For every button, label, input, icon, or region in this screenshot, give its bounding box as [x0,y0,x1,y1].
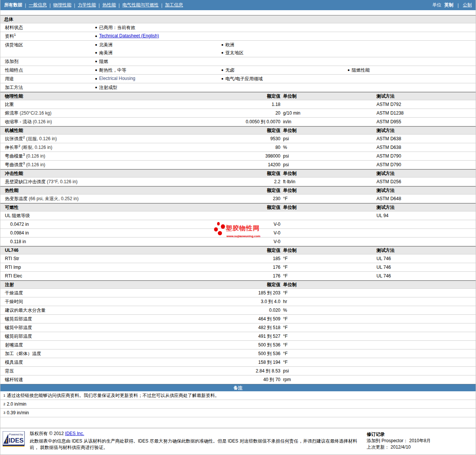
nav-link-热性能[interactable]: 热性能 [103,2,116,8]
property-value: 500 到 536 [184,351,280,357]
property-unit: °F [280,342,374,348]
units-label: 单位 [432,2,441,8]
column-header-method: 测试方法 [374,204,476,211]
property-row: 收缩率 - 流动 (0.126 in)0.0050 到 0.0070in/inA… [0,118,476,126]
general-rows: 材料状态●已商用：当前有效资料1●Technical Datasheet (En… [0,23,476,92]
general-row: 用途●Electrical Housing●电气/电子应用领域 [0,75,476,83]
property-value: 0.020 [184,308,280,313]
copyright-line: 版权所有 © 2012 IDES Inc. [30,430,367,437]
unit-english: 英制 [444,2,453,8]
nav-link-加工信息[interactable]: 加工信息 [165,2,183,8]
property-value: V-0 [184,230,280,236]
property-test-method: ASTM D790 [374,153,476,159]
property-row: 抗张强度2 (屈服, 0.126 in)9530psiASTM D638 [0,135,476,143]
bullet-icon: ● [93,58,99,65]
general-row: 供货地区●北美洲●南美洲●欧洲●亚太地区 [0,41,476,57]
section-header-可燃性: 可燃性额定值单位制测试方法 [0,203,476,211]
property-test-method: ASTM D1238 [374,110,476,116]
unit-metric-link[interactable]: 公制 [463,2,472,8]
property-value: 80 [184,145,280,150]
column-header-method: 测试方法 [374,170,476,177]
bullet-item: ●亚太地区 [219,50,346,56]
property-row: 螺筒后部温度464 到 509°F [0,315,476,323]
column-header-value: 额定值 [184,93,280,100]
section-title: 机械性能 [0,127,184,134]
property-label: 干燥时间 [0,299,184,305]
property-row: RTI Imp176°FUL 746 [0,263,476,272]
column-header-method: 测试方法 [374,247,476,254]
property-unit: ft·lb/in [280,179,374,184]
property-label: 0.0472 in [0,222,184,227]
column-header-unit: 单位制 [280,282,374,288]
property-row: 干燥时间3.0 到 4.0hr [0,297,476,306]
nav-link-一般信息[interactable]: 一般信息 [29,2,47,8]
property-unit: rpm [280,377,374,382]
nav-separator: | [458,3,459,8]
property-row: 0.0472 inV-0 [0,220,476,229]
property-row: 背压2.84 到 8.53psi [0,367,476,375]
nav-link-物理性能[interactable]: 物理性能 [53,2,71,8]
datasheet-link[interactable]: Technical Datasheet (English) [99,33,159,38]
ides-inc-link[interactable]: IDES Inc. [65,431,84,436]
nav-current-all-data: 所有数据 [4,2,22,8]
ides-logo: i Powered by IDES [3,430,28,451]
bullet-item-text: 已商用：当前有效 [99,25,135,31]
property-row: 弯曲强度3 (0.126 in)14200psiASTM D790 [0,161,476,169]
property-label: RTI Str [0,256,184,261]
note-row: 1通过这些链接您能够访问供应商资料。我们尽量保证及时更新资料；不过您可以从供应商… [0,391,476,400]
bullet-item-text: 欧洲 [225,42,234,48]
property-test-method: ASTM D256 [374,179,476,184]
svg-text:Powered by: Powered by [9,433,23,436]
property-row: 螺筒中部温度482 到 518°F [0,323,476,332]
disclaimer-text: 此数据表中的信息由 IDES 从该材料的生产商处获得。IDES 尽最大努力确保此… [30,438,361,451]
bullet-item-text: 阻燃性能 [352,67,370,74]
section-title: 注射 [0,282,184,288]
bullet-icon: ● [93,33,99,39]
property-test-method: ASTM D955 [374,119,476,124]
revision-added: 添加到 Prospector： 2010年8月 [367,438,471,444]
section-header-物理性能: 物理性能额定值单位制测试方法 [0,92,476,100]
property-unit: °F [280,273,374,279]
property-test-method: UL 94 [374,213,476,218]
property-label: UL 阻燃等级 [0,213,184,219]
property-label: 0.0984 in [0,230,184,236]
notes-rows: 1通过这些链接您能够访问供应商资料。我们尽量保证及时更新资料；不过您可以从供应商… [0,391,476,417]
property-unit: °F [280,265,374,270]
bullet-item: ●已商用：当前有效 [93,25,219,31]
property-test-method: ASTM D790 [374,162,476,167]
bullet-item: ●欧洲 [219,42,346,48]
bullet-icon: ● [93,50,99,56]
nav-link-电气性能与可燃性[interactable]: 电气性能与可燃性 [122,2,159,8]
bullet-item-text: 亚太地区 [225,50,243,56]
bullet-icon: ● [219,67,225,74]
property-unit: psi [280,136,374,141]
bullet-item: ●阻燃 [93,58,219,65]
svg-text:IDES: IDES [9,437,24,444]
column-header-unit: 单位制 [280,170,374,177]
general-row-column: ●耐热性，中等 [93,67,219,74]
general-row: 资料1●Technical Datasheet (English) [0,32,476,41]
bullet-item: ●电气/电子应用领域 [219,76,346,82]
property-label: 螺筒前部温度 [0,333,184,340]
bullet-item-text: 南美洲 [99,50,113,56]
bullet-item-text: 耐热性，中等 [99,67,126,74]
nav-link-力学性能[interactable]: 力学性能 [78,2,96,8]
property-value: 500 到 536 [184,342,280,348]
property-value: 0.0050 到 0.0070 [184,119,280,125]
revision-added-label: 添加到 Prospector： [367,438,408,443]
column-header-value: 额定值 [184,247,280,254]
property-value: 1.18 [184,102,280,107]
general-row: 加工方法●注射成型 [0,83,476,92]
property-label: 射嘴温度 [0,342,184,348]
bullet-item: ●无卤 [219,67,346,74]
general-row: 性能特点●耐热性，中等●无卤●阻燃性能 [0,66,476,75]
property-unit: °F [280,316,374,322]
property-label: RTI Imp [0,265,184,270]
nav-separator: | [119,3,120,8]
property-label: 收缩率 - 流动 (0.126 in) [0,119,184,125]
section-header-注射: 注射额定值单位制 [0,280,476,289]
nav-separator: | [98,3,99,8]
column-header-unit: 单位制 [280,187,374,194]
property-row: 熔流率 (250°C/2.16 kg)20g/10 minASTM D1238 [0,109,476,118]
property-value: 491 到 527 [184,333,280,340]
